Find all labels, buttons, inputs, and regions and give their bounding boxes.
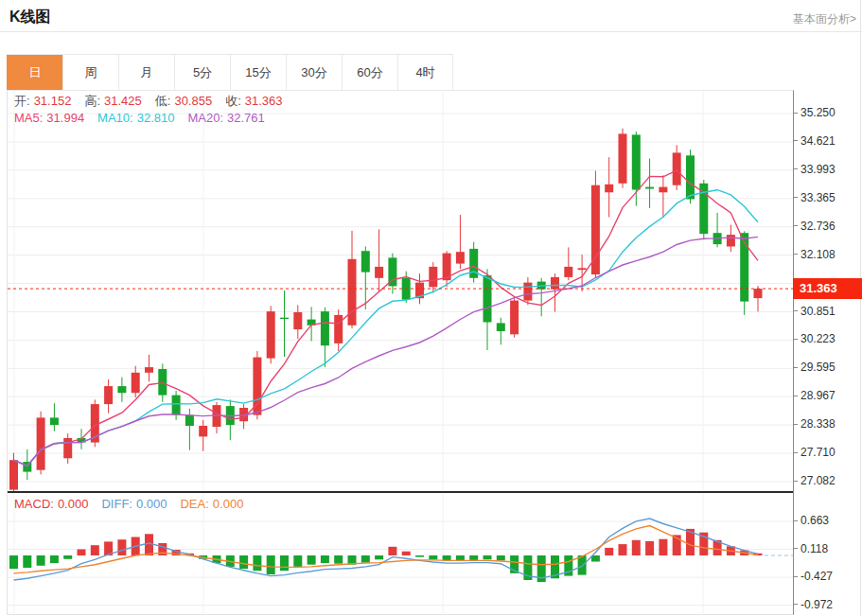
tab-60分[interactable]: 60分 bbox=[342, 55, 397, 91]
y-axis-label: 27.082 bbox=[793, 473, 836, 488]
macd-axis-label: 0.663 bbox=[793, 513, 829, 528]
macd-axis-label: 0.118 bbox=[793, 541, 828, 556]
y-axis-label: 34.621 bbox=[793, 133, 836, 149]
page-right-edge bbox=[860, 0, 861, 616]
chart-area: 开:31.152高:31.425低:30.855收:31.363 MA5:31.… bbox=[7, 90, 794, 615]
y-axis-label: 29.595 bbox=[793, 360, 836, 375]
y-axis-label: 28.967 bbox=[793, 388, 836, 403]
header-divider bbox=[0, 31, 862, 32]
kline-page: K线图 基本面分析> 日周月5分15分30分60分4时 开:31.152高:31… bbox=[0, 0, 862, 616]
last-price-badge: 31.363 bbox=[793, 278, 862, 299]
tab-30分[interactable]: 30分 bbox=[286, 55, 342, 91]
y-axis-label: 32.736 bbox=[793, 219, 836, 234]
tab-日[interactable]: 日 bbox=[7, 55, 62, 91]
y-axis-label: 30.851 bbox=[793, 304, 836, 319]
tab-周[interactable]: 周 bbox=[62, 55, 118, 91]
tab-15分[interactable]: 15分 bbox=[230, 55, 286, 91]
macd-axis-label: -0.427 bbox=[793, 569, 833, 584]
y-axis-label: 32.108 bbox=[793, 247, 836, 262]
price-axis: 35.25034.62133.99333.36532.73632.10831.4… bbox=[793, 0, 862, 616]
y-axis-label: 33.993 bbox=[793, 162, 836, 177]
tab-月[interactable]: 月 bbox=[118, 55, 174, 91]
candlestick-chart[interactable] bbox=[8, 91, 793, 491]
macd-axis-label: -0.972 bbox=[793, 597, 833, 612]
tab-5分[interactable]: 5分 bbox=[174, 55, 230, 91]
timeframe-tabbar: 日周月5分15分30分60分4时 bbox=[7, 54, 453, 91]
y-axis-label: 30.223 bbox=[793, 331, 836, 346]
page-title: K线图 bbox=[9, 8, 51, 27]
y-axis-label: 33.365 bbox=[793, 190, 836, 205]
tab-4时[interactable]: 4时 bbox=[397, 55, 453, 91]
y-axis-label: 28.338 bbox=[793, 416, 836, 431]
y-axis-label: 35.250 bbox=[793, 105, 836, 120]
macd-chart[interactable] bbox=[8, 493, 793, 614]
y-axis-label: 27.710 bbox=[793, 445, 836, 460]
